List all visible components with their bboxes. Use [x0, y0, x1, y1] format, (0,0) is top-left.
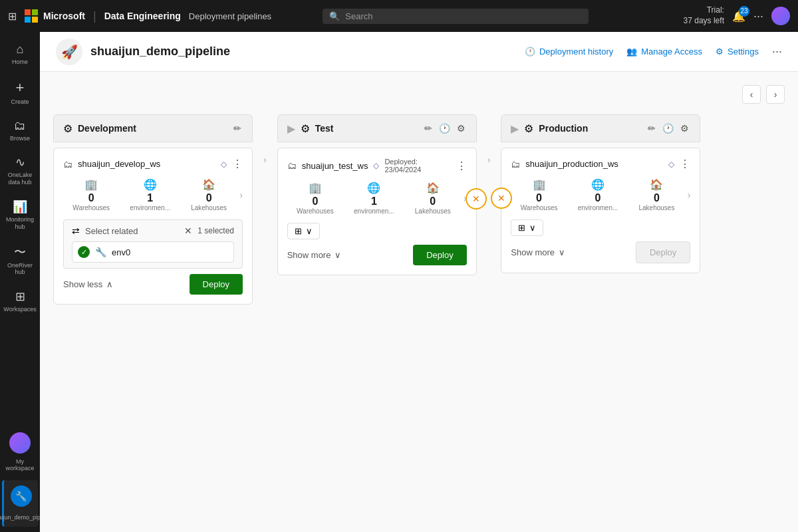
sidebar-item-onelake[interactable]: ∿ OneLake data hub: [2, 150, 38, 192]
production-workspace-name: shuaijun_production_ws: [525, 159, 663, 169]
monitoring-icon: 📊: [13, 200, 27, 214]
sidebar-item-browse[interactable]: 🗂 Browse: [2, 114, 38, 148]
manage-access-button[interactable]: 👥 Manage Access: [626, 47, 702, 57]
compare-dropdown-icon: ∨: [306, 226, 313, 236]
production-compare-button[interactable]: ⊞ ∨: [511, 219, 543, 236]
stages-container: ⚙ Development ✏ 🗂 shuaijun_develop_ws ◇ …: [53, 114, 785, 519]
test-warehouses-label: Warehouses: [297, 207, 334, 215]
show-less-chevron: ∧: [106, 279, 113, 289]
show-less-button[interactable]: Show less ∧: [63, 279, 113, 289]
test-lakehouse-icon: 🏠: [426, 182, 440, 194]
development-workspace-more[interactable]: ⋮: [232, 158, 243, 170]
production-compare-dropdown: ∨: [529, 223, 536, 233]
page-label: Deployment pipelines: [189, 11, 271, 21]
development-stats-arrow: ›: [239, 190, 243, 200]
warehouse-icon: 🏢: [84, 178, 98, 191]
sidebar-item-create[interactable]: + Create: [2, 74, 38, 111]
nav-prev-button[interactable]: ‹: [742, 85, 761, 104]
nav-next-button[interactable]: ›: [766, 85, 785, 104]
canvas-nav: ‹ ›: [53, 85, 785, 104]
test-edit-button[interactable]: ✏: [423, 122, 434, 135]
topbar-more-button[interactable]: ···: [753, 9, 763, 23]
related-item-env0[interactable]: ✓ 🔧 env0: [72, 241, 234, 263]
test-stage-title: Test: [315, 123, 418, 134]
select-related-header: ⇄ Select related ✕ 1 selected: [72, 225, 234, 236]
development-stage: ⚙ Development ✏ 🗂 shuaijun_develop_ws ◇ …: [53, 114, 253, 305]
selected-count: 1 selected: [198, 226, 234, 235]
development-header-actions: ✏: [232, 122, 243, 135]
sidebar-label-my-workspace: My workspace: [5, 458, 34, 473]
test-deploy-button[interactable]: Deploy: [413, 245, 466, 265]
show-more-production-button[interactable]: Show more ∨: [511, 247, 565, 257]
production-diamond-icon: ◇: [668, 160, 674, 169]
test-settings-button[interactable]: ⚙: [456, 122, 467, 135]
production-stats-row: 🏢 0 Warehouses 🌐 0 environmen... 🏠: [511, 178, 690, 211]
user-avatar[interactable]: [771, 7, 790, 25]
test-stage-header: ▶ ⚙ Test ✏ 🕐 ⚙: [277, 114, 477, 142]
production-stage-arrow: ▶: [511, 122, 519, 135]
search-bar[interactable]: 🔍: [323, 9, 589, 24]
onelake-icon: ∿: [15, 155, 25, 170]
browse-icon: 🗂: [14, 119, 26, 133]
production-stat-lakehouses: 🏠 0 Lakehouses: [628, 178, 684, 211]
test-compare-button[interactable]: ⊞ ∨: [287, 223, 320, 239]
production-deploy-controls: ⊞ ∨: [511, 219, 690, 236]
select-related-title: Select related: [85, 226, 179, 236]
test-history-button[interactable]: 🕐: [438, 122, 452, 135]
development-stat-environments: 🌐 1 environmen...: [122, 178, 178, 211]
header-more-button[interactable]: ···: [772, 45, 782, 59]
test-stat-environments: 🌐 1 environmen...: [346, 182, 402, 215]
production-warehouse-icon: 🏢: [533, 178, 546, 191]
sidebar-item-oneriver[interactable]: 〜 OneRiver hub: [2, 239, 38, 282]
production-history-button[interactable]: 🕐: [661, 122, 675, 135]
test-status-circle: ✕: [466, 188, 487, 209]
settings-icon: ⚙: [716, 47, 724, 57]
sidebar-item-home[interactable]: ⌂ Home: [2, 37, 38, 71]
sidebar-label-oneriver: OneRiver hub: [6, 262, 34, 277]
test-lakehouses-label: Lakehouses: [415, 207, 451, 215]
production-header-actions: ✏ 🕐 ⚙: [646, 122, 690, 135]
development-stage-bottom: Show less ∧ Deploy: [63, 274, 243, 295]
search-input[interactable]: [345, 11, 582, 21]
test-stats-row: 🏢 0 Warehouses 🌐 1 environmen... 🏠: [287, 182, 467, 215]
notification-button[interactable]: 🔔 23: [732, 10, 745, 23]
development-stage-title: Development: [78, 123, 227, 134]
production-workspace-more[interactable]: ⋮: [680, 158, 690, 170]
sidebar-item-my-workspace[interactable]: My workspace: [2, 427, 38, 478]
clear-selection-button[interactable]: ✕: [184, 225, 192, 236]
show-more-test-label: Show more: [287, 250, 331, 260]
topbar-right: Trial: 37 days left 🔔 23 ···: [684, 5, 790, 26]
production-settings-button[interactable]: ⚙: [679, 122, 690, 135]
sidebar-item-pipeline[interactable]: 🔧 shuaijun_demo_pipeline: [2, 480, 38, 527]
development-edit-button[interactable]: ✏: [232, 122, 243, 135]
sidebar-item-monitoring[interactable]: 📊 Monitoring hub: [2, 194, 38, 236]
topbar-divider: |: [93, 9, 96, 23]
sidebar-label-workspaces: Workspaces: [3, 306, 36, 313]
production-edit-button[interactable]: ✏: [646, 122, 657, 135]
search-icon: 🔍: [329, 11, 340, 21]
development-select-related: ⇄ Select related ✕ 1 selected ✓ 🔧 env0: [63, 219, 243, 269]
environment-icon: 🌐: [144, 178, 157, 191]
pipeline-page-icon: 🚀: [56, 39, 82, 65]
show-more-test-button[interactable]: Show more ∨: [287, 250, 342, 260]
development-lakehouses-value: 0: [206, 192, 212, 204]
oneriver-icon: 〜: [14, 244, 26, 260]
ms-logo: [25, 9, 38, 23]
test-workspace-icon: 🗂: [287, 160, 297, 171]
sidebar: ⌂ Home + Create 🗂 Browse ∿ OneLake data …: [0, 32, 40, 532]
dev-test-connector: ›: [263, 114, 267, 165]
test-workspace-more[interactable]: ⋮: [456, 160, 467, 172]
select-related-icon: ⇄: [72, 225, 80, 236]
app-label: Data Engineering: [104, 11, 181, 21]
deployment-history-button[interactable]: 🕐 Deployment history: [525, 47, 613, 57]
grid-icon[interactable]: ⊞: [8, 10, 17, 23]
sidebar-label-create: Create: [11, 98, 29, 106]
development-deploy-button[interactable]: Deploy: [190, 274, 243, 295]
sidebar-item-workspaces[interactable]: ⊞ Workspaces: [2, 284, 38, 319]
settings-button[interactable]: ⚙ Settings: [716, 47, 759, 57]
production-stage: ▶ ⚙ Production ✏ 🕐 ⚙ 🗂 shuaijun_producti…: [501, 114, 700, 273]
test-workspace-header: 🗂 shuaijun_test_ws ◇ Deployed: 23/04/202…: [287, 158, 467, 174]
show-less-label: Show less: [63, 279, 102, 289]
production-stats-arrow: ›: [688, 190, 691, 200]
development-stage-icon: ⚙: [63, 122, 72, 135]
